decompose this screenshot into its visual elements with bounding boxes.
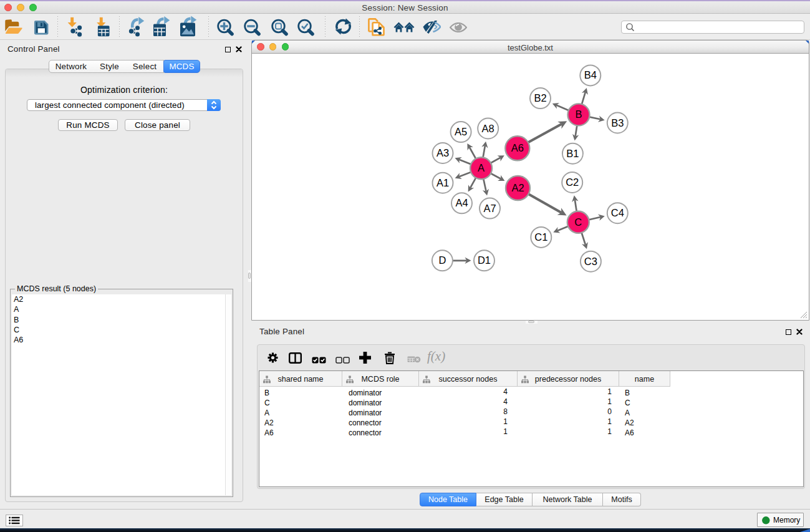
svg-text:C4: C4: [611, 207, 624, 218]
svg-text:B2: B2: [534, 92, 546, 104]
svg-text:A1: A1: [436, 177, 449, 188]
svg-text:A6: A6: [511, 142, 524, 153]
svg-text:A3: A3: [436, 147, 449, 158]
svg-text:C1: C1: [534, 231, 547, 243]
svg-text:A7: A7: [483, 203, 496, 214]
svg-text:B: B: [575, 109, 582, 120]
svg-text:B1: B1: [566, 148, 579, 159]
svg-text:A4: A4: [455, 197, 468, 208]
svg-text:B3: B3: [611, 117, 624, 128]
svg-text:C: C: [574, 216, 582, 228]
svg-text:A8: A8: [482, 123, 494, 134]
svg-text:D1: D1: [478, 254, 491, 266]
svg-text:B4: B4: [584, 69, 597, 80]
svg-text:D: D: [438, 254, 446, 266]
svg-text:C3: C3: [584, 256, 597, 267]
svg-text:C2: C2: [566, 177, 579, 188]
svg-text:A: A: [478, 162, 485, 173]
svg-text:A2: A2: [511, 182, 524, 193]
svg-text:A5: A5: [455, 126, 467, 137]
